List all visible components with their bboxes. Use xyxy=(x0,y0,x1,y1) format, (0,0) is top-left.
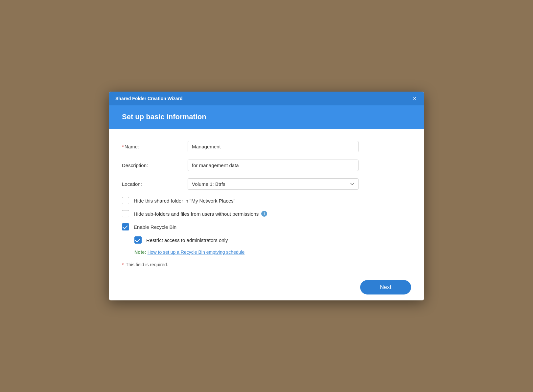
dialog-subtitle-section: Set up basic information xyxy=(109,105,424,129)
dialog-body: *Name: Description: Location: Volume 1: … xyxy=(109,129,424,274)
required-note-text: This field is required. xyxy=(126,262,168,267)
note-row: Note: How to set up a Recycle Bin emptyi… xyxy=(134,250,411,255)
recycle-bin-label: Enable Recycle Bin xyxy=(134,224,176,230)
name-input[interactable] xyxy=(188,141,359,152)
dialog-footer: Next xyxy=(109,274,424,300)
shared-folder-wizard-dialog: Shared Folder Creation Wizard × Set up b… xyxy=(109,92,424,300)
hide-subfolders-row: Hide sub-folders and files from users wi… xyxy=(122,210,411,217)
name-row: *Name: xyxy=(122,141,411,152)
name-label: *Name: xyxy=(122,144,188,149)
hide-network-checkbox-wrap[interactable] xyxy=(122,197,129,204)
hide-network-row: Hide this shared folder in "My Network P… xyxy=(122,197,411,204)
restrict-admin-label: Restrict access to administrators only xyxy=(146,237,228,243)
description-input[interactable] xyxy=(188,160,359,171)
restrict-admin-checkbox-wrap[interactable] xyxy=(134,236,142,244)
dialog-title-bar: Shared Folder Creation Wizard × xyxy=(109,92,424,105)
dialog-subtitle: Set up basic information xyxy=(122,113,411,121)
location-row: Location: Volume 1: Btrfs xyxy=(122,178,411,190)
required-note-star: * xyxy=(122,262,124,267)
hide-subfolders-checkbox-wrap[interactable] xyxy=(122,210,129,217)
close-button[interactable]: × xyxy=(411,95,418,102)
restrict-admin-row: Restrict access to administrators only xyxy=(134,236,411,244)
note-label: Note: xyxy=(134,250,146,255)
next-button[interactable]: Next xyxy=(360,280,411,294)
hide-subfolders-label: Hide sub-folders and files from users wi… xyxy=(134,211,259,217)
recycle-bin-schedule-link[interactable]: How to set up a Recycle Bin emptying sch… xyxy=(148,250,245,255)
required-note-row: * This field is required. xyxy=(122,262,411,267)
name-required-star: * xyxy=(122,144,124,149)
location-label: Location: xyxy=(122,181,188,187)
dialog-title: Shared Folder Creation Wizard xyxy=(115,96,182,101)
location-select[interactable]: Volume 1: Btrfs xyxy=(188,178,359,190)
hide-subfolders-info-icon[interactable]: i xyxy=(261,211,267,217)
recycle-bin-checkbox-wrap[interactable] xyxy=(122,223,129,230)
description-row: Description: xyxy=(122,160,411,171)
description-label: Description: xyxy=(122,163,188,168)
recycle-bin-row: Enable Recycle Bin xyxy=(122,223,411,230)
hide-network-label: Hide this shared folder in "My Network P… xyxy=(134,198,235,204)
